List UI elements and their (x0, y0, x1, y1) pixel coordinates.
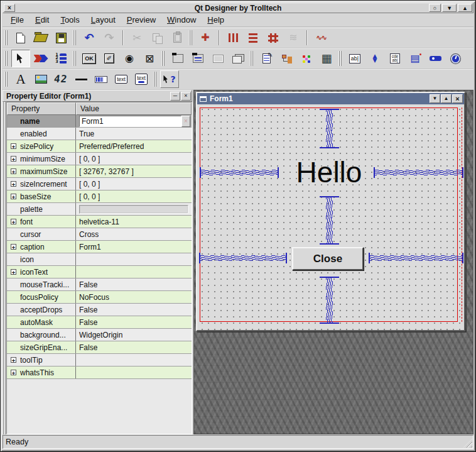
form1-titlebar[interactable]: Form1 ▼ ▲ × (197, 93, 464, 104)
line-tool-button[interactable] (72, 70, 90, 88)
lineedit-tool-button[interactable]: ab| (345, 50, 364, 67)
reset-property-button[interactable]: × (181, 116, 190, 127)
property-row-enabled[interactable]: enabledTrue (7, 128, 192, 140)
new-file-button[interactable] (11, 29, 30, 47)
listview-tool-button[interactable] (277, 50, 296, 67)
layout-grid-button[interactable] (264, 29, 283, 47)
property-row-sizeIncrement[interactable]: +sizeIncrement[ 0, 0 ] (7, 178, 192, 190)
property-row-background[interactable]: background...WidgetOrigin (7, 329, 192, 341)
pointer-button[interactable] (11, 50, 30, 67)
toolbar-handle[interactable] (189, 30, 193, 45)
connect-signals-button[interactable] (31, 50, 50, 67)
property-row-iconText[interactable]: +iconText (7, 266, 192, 278)
property-row-baseSize[interactable]: +baseSize[ 0, 0 ] (7, 190, 192, 203)
form1-window[interactable]: Form1 ▼ ▲ × Hello (196, 92, 465, 331)
property-row-mouseTracki[interactable]: mouseTracki...False (7, 278, 192, 291)
property-editor-titlebar[interactable]: Property Editor (Form1) ─ × (3, 90, 192, 102)
property-row-autoMask[interactable]: autoMaskFalse (7, 316, 192, 329)
expand-icon[interactable]: + (11, 244, 16, 250)
radiobutton-tool-button[interactable]: ◉ (120, 50, 139, 67)
window-close-button[interactable]: × (4, 4, 15, 12)
progressbar-tool-button[interactable] (92, 70, 111, 88)
textedit-tool-button[interactable]: ▤ (406, 50, 425, 67)
textlabel-tool-button[interactable]: A (11, 70, 30, 88)
toolbar-handle[interactable] (250, 51, 254, 66)
property-row-sizeGripEna[interactable]: sizeGripEna...False (7, 341, 192, 354)
dial-tool-button[interactable] (446, 50, 465, 67)
property-row-toolTip[interactable]: +toolTip (7, 354, 192, 367)
toolbar-handle[interactable] (73, 30, 77, 45)
toolbutton-tool-button[interactable]: ✐ (100, 50, 119, 67)
expand-icon[interactable]: + (11, 143, 16, 149)
spinbox-tool-button[interactable]: ▲ ▼ (365, 50, 384, 67)
property-row-focusPolicy[interactable]: focusPolicyNoFocus (7, 291, 192, 304)
textview-tool-button[interactable]: text (112, 70, 131, 88)
resize-grip[interactable] (463, 439, 472, 448)
form1-canvas[interactable]: Hello Close (197, 104, 464, 330)
cut-button[interactable]: ✂ (127, 29, 146, 47)
property-row-maximumSize[interactable]: +maximumSize[ 32767, 32767 ] (7, 165, 192, 178)
frame-tool-button[interactable] (208, 50, 227, 67)
toolbar-handle[interactable] (4, 51, 8, 66)
window-titlebar[interactable]: × Qt Designer by Trolltech ○ ▼ ▲ (3, 3, 473, 13)
copy-button[interactable] (148, 29, 166, 47)
expand-icon[interactable]: + (11, 269, 16, 275)
column-header-value[interactable]: Value (76, 102, 192, 115)
lcdnumber-tool-button[interactable]: 42 (51, 70, 70, 88)
hello-label[interactable]: Hello (287, 156, 371, 189)
property-editor-minimize-button[interactable]: ─ (170, 92, 180, 101)
menu-tools[interactable]: Tools (55, 13, 85, 26)
pixmaplabel-tool-button[interactable] (31, 70, 50, 88)
property-row-font[interactable]: +fonthelvetica-11 (7, 216, 192, 228)
layout-vertical-button[interactable] (244, 29, 262, 47)
toolbar-handle[interactable] (4, 30, 8, 45)
vertical-spacer[interactable] (326, 196, 333, 245)
property-row-acceptDrops[interactable]: acceptDropsFalse (7, 304, 192, 316)
open-folder-button[interactable] (31, 29, 50, 47)
menu-window[interactable]: Window (161, 13, 202, 26)
toolbar-handle[interactable] (338, 51, 342, 66)
expand-icon[interactable]: + (11, 181, 16, 187)
menu-file[interactable]: File (5, 13, 30, 26)
toolbar-handle[interactable] (153, 72, 157, 87)
property-row-whatsThis[interactable]: +whatsThis (7, 367, 192, 379)
close-button-widget[interactable]: Close (292, 247, 364, 270)
menu-edit[interactable]: Edit (30, 13, 55, 26)
slider-tool-button[interactable] (426, 50, 445, 67)
adjust-size-button[interactable]: ✚ (196, 29, 215, 47)
textbrowser-tool-button[interactable]: text (132, 70, 151, 88)
property-row-sizePolicy[interactable]: +sizePolicyPreferred/Preferred (7, 140, 192, 153)
buttongroup-tool-button[interactable] (188, 50, 207, 67)
layout-split-button[interactable]: ≋ (284, 29, 303, 47)
window-lower-button[interactable]: ▼ (442, 4, 457, 12)
horizontal-spacer[interactable] (374, 170, 463, 175)
window-raise-button[interactable]: ▲ (458, 4, 472, 12)
property-row-name[interactable]: name× (7, 115, 192, 128)
layout-horizontal-button[interactable] (224, 29, 242, 47)
form1-minimize-button[interactable]: ▼ (430, 94, 440, 103)
property-row-icon[interactable]: icon (7, 253, 192, 266)
expand-icon[interactable]: + (11, 219, 16, 224)
form1-maximize-button[interactable]: ▲ (441, 94, 452, 103)
toolbar-handle[interactable] (73, 51, 77, 66)
iconview-tool-button[interactable] (297, 50, 316, 67)
save-button[interactable] (51, 29, 70, 47)
expand-icon[interactable]: + (11, 357, 16, 363)
toolbar-handle[interactable] (161, 51, 165, 66)
checkbox-tool-button[interactable]: ⊠ (140, 50, 159, 67)
property-value-edit[interactable] (79, 116, 181, 127)
property-row-minimumSize[interactable]: +minimumSize[ 0, 0 ] (7, 153, 192, 165)
pushbutton-tool-button[interactable]: OK (80, 50, 99, 67)
expand-icon[interactable]: + (11, 194, 16, 199)
listbox-tool-button[interactable] (257, 50, 276, 67)
property-row-palette[interactable]: palette (7, 203, 192, 216)
horizontal-spacer[interactable] (199, 255, 287, 261)
tabwidget-tool-button[interactable] (229, 50, 247, 67)
combobox-tool-button[interactable]: cde ab| (386, 50, 404, 67)
menu-help[interactable]: Help (202, 13, 230, 26)
column-header-property[interactable]: Property (7, 102, 76, 115)
expand-icon[interactable]: + (11, 168, 16, 174)
undo-button[interactable]: ↶ (80, 29, 99, 47)
table-tool-button[interactable]: ▦ (317, 50, 336, 67)
property-row-cursor[interactable]: cursorCross (7, 228, 192, 241)
